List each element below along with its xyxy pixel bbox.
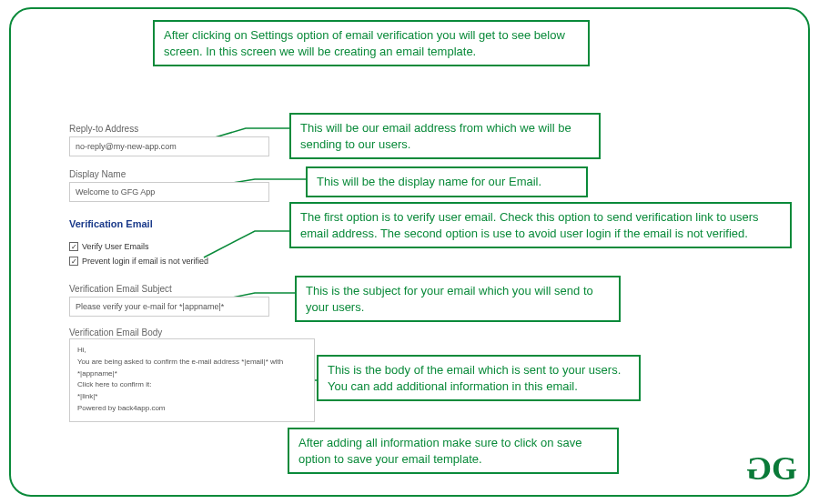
- body-line-5: Powered by back4app.com: [77, 403, 307, 415]
- prevent-login-checkbox[interactable]: ✓ Prevent login if email is not verified: [69, 257, 208, 266]
- reply-to-label: Reply-to Address: [69, 124, 138, 134]
- verify-emails-checkbox[interactable]: ✓ Verify User Emails: [69, 242, 149, 251]
- body-line-3: Click here to confirm it:: [77, 379, 307, 391]
- body-textarea[interactable]: Hi, You are being asked to confirm the e…: [69, 338, 315, 422]
- body-line-2: You are being asked to confirm the e-mai…: [77, 357, 307, 380]
- body-label: Verification Email Body: [69, 328, 162, 338]
- display-name-label: Display Name: [69, 169, 126, 179]
- body-callout: This is the body of the email which is s…: [317, 355, 641, 401]
- page-frame: [9, 7, 810, 497]
- subject-label: Verification Email Subject: [69, 284, 172, 294]
- logo-g: G: [772, 450, 794, 487]
- checkbox-checked-icon: ✓: [69, 242, 78, 251]
- logo-g-flipped: G: [750, 449, 772, 488]
- reply-to-input[interactable]: no-reply@my-new-app.com: [69, 136, 269, 156]
- display-name-callout: This will be the display name for our Em…: [306, 166, 588, 197]
- display-name-input[interactable]: Welcome to GFG App: [69, 182, 269, 202]
- verification-section-title: Verification Email: [69, 218, 153, 229]
- reply-to-callout: This will be our email address from whic…: [289, 113, 601, 159]
- gfg-logo: GG: [750, 449, 794, 488]
- verification-callout: The first option is to verify user email…: [289, 202, 792, 248]
- verify-emails-label: Verify User Emails: [82, 242, 149, 251]
- checkbox-checked-icon: ✓: [69, 257, 78, 266]
- intro-callout: After clicking on Settings option of ema…: [153, 20, 590, 66]
- prevent-login-label: Prevent login if email is not verified: [82, 257, 208, 266]
- subject-input[interactable]: Please verify your e-mail for *|appname|…: [69, 297, 269, 317]
- save-callout: After adding all information make sure t…: [288, 428, 619, 474]
- body-line-1: Hi,: [77, 345, 307, 357]
- body-line-4: *|link|*: [77, 391, 307, 403]
- subject-callout: This is the subject for your email which…: [295, 276, 621, 322]
